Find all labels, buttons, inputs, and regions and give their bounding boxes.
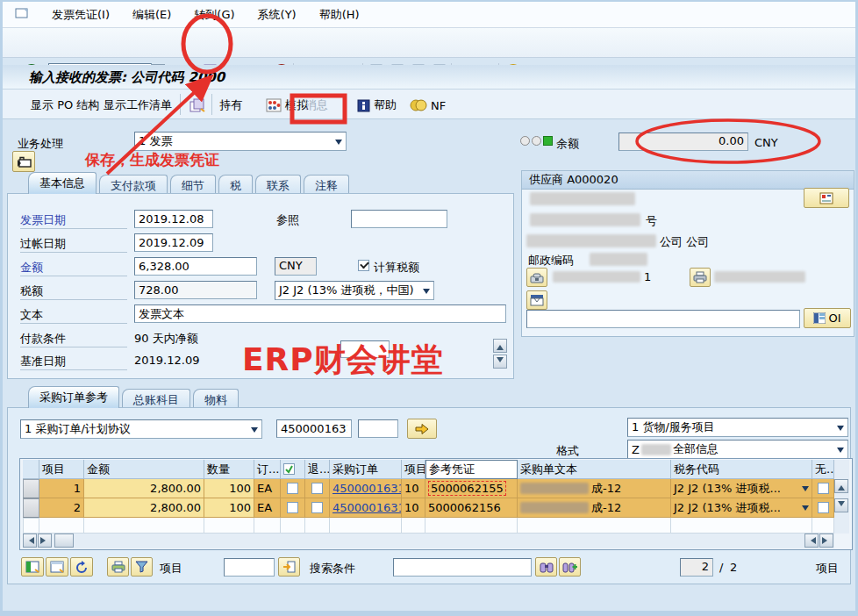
filter-button[interactable] (131, 557, 153, 577)
po-link[interactable]: 4500001631 (332, 501, 402, 514)
calculate-tax-checkbox[interactable] (358, 260, 369, 271)
menu-help[interactable]: 帮助(H) (319, 7, 360, 23)
tax-code-select[interactable]: J2 J2 (13% 进项税，中国) (275, 281, 434, 300)
col-no-etc[interactable]: 无.. (812, 460, 834, 479)
menu-system[interactable]: 系统(Y) (258, 7, 297, 23)
phone-button[interactable] (526, 268, 547, 287)
find-items-button[interactable] (535, 557, 557, 577)
table-vscrollbar[interactable] (834, 460, 849, 534)
select-column-header[interactable] (23, 460, 39, 479)
final-invoice-checkbox[interactable] (281, 479, 305, 498)
simulate-button[interactable]: 模拟 (266, 96, 308, 115)
no-checkbox[interactable] (812, 498, 834, 518)
col-po-text[interactable]: 采购单文本 (518, 460, 671, 479)
col-amount[interactable]: 金额 (84, 460, 204, 479)
select-all-button[interactable] (21, 557, 44, 577)
vendor-address-button[interactable] (804, 188, 849, 208)
search-term-field[interactable] (393, 558, 532, 577)
po-number-field[interactable] (276, 419, 352, 438)
find-next-items-button[interactable] (559, 557, 581, 577)
vendor-extra-field[interactable] (526, 310, 800, 328)
item-filter-select[interactable]: 1 货物/服务项目 (627, 418, 848, 437)
text-field[interactable] (134, 304, 506, 323)
panel-scroll-down-button[interactable] (493, 355, 507, 369)
tab-contacts[interactable]: 联系 (255, 175, 301, 194)
invoice-date-field[interactable] (134, 210, 213, 228)
col-purchase-order[interactable]: 采购订单 (330, 460, 402, 479)
reference-doc-cell[interactable]: 5000062156 (425, 498, 518, 518)
amount-cell[interactable]: 2,800.00 (84, 498, 204, 518)
hold-button[interactable]: 持有 (219, 96, 242, 115)
col-final-invoice[interactable] (281, 460, 305, 479)
hscroll-right-button-2[interactable] (819, 534, 833, 548)
reference-field[interactable] (351, 210, 447, 228)
panel-scroll-up-button[interactable] (493, 339, 507, 353)
tax-amount-field[interactable] (134, 281, 257, 299)
quantity-cell[interactable]: 100 (204, 498, 254, 518)
print-items-button[interactable] (107, 557, 129, 577)
messages-button[interactable]: 消息 (305, 96, 328, 115)
sms-button[interactable] (526, 290, 547, 310)
table-hscrollbar[interactable] (23, 534, 834, 548)
currency-field[interactable]: CNY (275, 257, 317, 276)
return-checkbox[interactable] (305, 479, 330, 498)
tax-code-cell[interactable]: J2 J2 (13% 进项税... (671, 479, 812, 498)
tab-details[interactable]: 细节 (170, 175, 216, 194)
hscroll-left-button[interactable] (23, 534, 37, 548)
reset-items-button[interactable] (70, 557, 93, 577)
row-select-button[interactable] (23, 479, 39, 498)
tab-note[interactable]: 注释 (304, 175, 349, 194)
open-items-button[interactable]: OI (804, 308, 851, 328)
final-invoice-checkbox[interactable] (281, 498, 305, 518)
col-item[interactable]: 项目 (39, 460, 84, 479)
fax-print-button[interactable] (690, 268, 711, 287)
tab-tax[interactable]: 税 (218, 175, 253, 194)
no-checkbox[interactable] (812, 479, 834, 498)
po-text-cell[interactable]: 成-12 (518, 479, 671, 498)
quantity-cell[interactable]: 100 (204, 479, 254, 498)
hscroll-left-button-2[interactable] (804, 534, 819, 548)
po-text-cell[interactable]: 成-12 (518, 498, 671, 518)
menu-edit[interactable]: 编辑(E) (132, 7, 171, 23)
po-link[interactable]: 4500001631 (332, 482, 402, 495)
col-quantity[interactable]: 数量 (204, 460, 254, 479)
nf-button[interactable]: NF (410, 96, 446, 115)
tab-gl-account[interactable]: 总账科目 (122, 389, 190, 408)
layout-select[interactable]: Z全部信息 (627, 440, 848, 459)
po-structure-toggle-button[interactable] (12, 151, 35, 172)
posting-date-field[interactable] (134, 233, 213, 252)
tab-material[interactable]: 物料 (193, 389, 239, 408)
hscroll-thumb[interactable] (54, 534, 74, 548)
position-button[interactable] (278, 557, 300, 577)
transaction-select[interactable]: 1 发票 (134, 132, 347, 151)
goto-item-field[interactable] (224, 558, 275, 577)
hscroll-right-button[interactable] (38, 534, 52, 548)
col-tax-code[interactable]: 税务代码 (671, 460, 812, 479)
reference-doc-cell[interactable]: 5000062155 (425, 479, 518, 498)
vscroll-down-button[interactable] (834, 498, 848, 512)
row-select-button[interactable] (23, 518, 39, 534)
system-menu-icon[interactable] (15, 7, 29, 22)
worklist-icon[interactable] (189, 96, 206, 115)
deselect-all-button[interactable] (46, 557, 68, 577)
adopt-button[interactable] (407, 419, 437, 439)
col-order-unit[interactable]: 订... (254, 460, 281, 479)
menu-invoice-document[interactable]: 发票凭证(I) (52, 7, 110, 23)
po-document-category-select[interactable]: 1 采购订单/计划协议 (20, 419, 262, 439)
vscroll-up-button[interactable] (834, 479, 848, 493)
menu-goto[interactable]: 转到(G) (194, 7, 234, 23)
help-app-button[interactable]: 帮助 (357, 96, 397, 115)
tax-code-cell[interactable]: J2 J2 (13% 进项税... (671, 498, 812, 518)
col-po-item[interactable]: 项目 (402, 460, 425, 479)
col-return[interactable]: 退... (305, 460, 330, 479)
return-checkbox[interactable] (305, 498, 330, 518)
row-select-button[interactable] (23, 498, 39, 518)
show-po-structure-button[interactable]: 显示 PO 结构 (31, 96, 99, 115)
tab-basic-data[interactable]: 基本信息 (28, 172, 97, 194)
po-item-field[interactable] (358, 419, 398, 438)
col-reference-doc[interactable]: 参考凭证 (425, 460, 518, 479)
show-worklist-button[interactable]: 显示工作清单 (104, 96, 172, 115)
amount-cell[interactable]: 2,800.00 (84, 479, 204, 498)
tab-payment[interactable]: 支付款项 (99, 175, 168, 194)
amount-field[interactable] (134, 257, 257, 276)
